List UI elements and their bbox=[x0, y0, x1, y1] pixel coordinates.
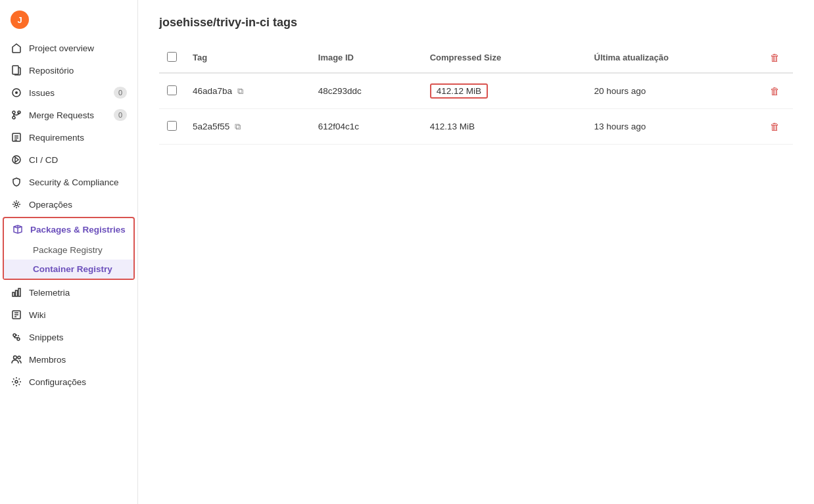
row2-checkbox[interactable] bbox=[167, 121, 177, 131]
sidebar-label-package-registry: Package Registry bbox=[33, 245, 103, 255]
svg-rect-10 bbox=[16, 290, 18, 296]
row1-image-id: 48c293ddc bbox=[310, 73, 422, 109]
svg-point-13 bbox=[13, 334, 16, 336]
sidebar-logo: J bbox=[0, 5, 137, 37]
svg-point-2 bbox=[15, 91, 18, 94]
svg-rect-9 bbox=[12, 292, 14, 296]
package-icon bbox=[12, 223, 24, 235]
sidebar-item-requirements[interactable]: Requirements bbox=[0, 126, 137, 149]
sidebar: J Project overview Repositório Issues bbox=[0, 0, 138, 504]
th-delete: 🗑 bbox=[757, 43, 793, 73]
sidebar-label-repositorio: Repositório bbox=[29, 66, 74, 76]
table-row: 5a2a5f55 ⧉ 612f04c1c 412.13 MiB 13 hours… bbox=[159, 109, 793, 145]
row1-tag-cell: 46ada7ba ⧉ bbox=[193, 86, 302, 97]
barchart-icon bbox=[11, 286, 22, 298]
svg-point-15 bbox=[14, 356, 17, 359]
th-image-id: Image ID bbox=[310, 43, 422, 73]
sidebar-label-wiki: Wiki bbox=[29, 310, 46, 320]
row2-checkbox-cell bbox=[159, 109, 185, 145]
row2-copy-icon[interactable]: ⧉ bbox=[235, 122, 241, 132]
svg-rect-11 bbox=[18, 288, 20, 296]
sidebar-item-wiki[interactable]: Wiki bbox=[0, 304, 137, 326]
table-row: 46ada7ba ⧉ 48c293ddc 412.12 MiB 20 hours… bbox=[159, 73, 793, 109]
sidebar-label-merge: Merge Requests bbox=[29, 110, 94, 120]
sidebar-item-merge-requests[interactable]: Merge Requests 0 bbox=[0, 104, 137, 126]
th-last-updated: Última atualização bbox=[587, 43, 757, 73]
requirements-icon bbox=[11, 131, 22, 143]
row2-delete-cell: 🗑 bbox=[757, 109, 793, 145]
issues-badge: 0 bbox=[114, 87, 127, 99]
th-tag: Tag bbox=[185, 43, 310, 73]
sidebar-label-configuracoes: Configurações bbox=[29, 377, 86, 387]
sidebar-item-ci-cd[interactable]: CI / CD bbox=[0, 149, 137, 171]
svg-point-4 bbox=[12, 116, 15, 119]
page-title: josehisse/trivy-in-ci tags bbox=[159, 16, 793, 30]
sidebar-label-packages: Packages & Registries bbox=[30, 225, 126, 235]
row2-last-updated: 13 hours ago bbox=[587, 109, 757, 145]
svg-point-3 bbox=[12, 111, 15, 114]
svg-rect-0 bbox=[12, 66, 18, 74]
delete-all-button[interactable]: 🗑 bbox=[765, 49, 785, 66]
select-all-checkbox[interactable] bbox=[167, 52, 177, 62]
sidebar-label-requirements: Requirements bbox=[29, 133, 84, 143]
sidebar-subitem-container-registry[interactable]: Container Registry bbox=[4, 260, 133, 279]
sidebar-item-membros[interactable]: Membros bbox=[0, 348, 137, 371]
svg-point-17 bbox=[15, 380, 18, 383]
sidebar-item-issues[interactable]: Issues 0 bbox=[0, 81, 137, 104]
row2-delete-button[interactable]: 🗑 bbox=[765, 118, 785, 135]
sidebar-item-operacoes[interactable]: Operações bbox=[0, 193, 137, 216]
sidebar-label-project-overview: Project overview bbox=[29, 43, 94, 53]
row1-checkbox[interactable] bbox=[167, 85, 177, 95]
th-checkbox bbox=[159, 43, 185, 73]
sidebar-label-container-registry: Container Registry bbox=[33, 264, 112, 274]
row2-image-id: 612f04c1c bbox=[310, 109, 422, 145]
row1-checkbox-cell bbox=[159, 73, 185, 109]
sidebar-label-cicd: CI / CD bbox=[29, 155, 58, 165]
row1-compressed-size: 412.12 MiB bbox=[422, 73, 587, 109]
operacoes-icon bbox=[11, 198, 22, 210]
sidebar-item-security[interactable]: Security & Compliance bbox=[0, 171, 137, 193]
merge-icon bbox=[11, 109, 22, 121]
sidebar-label-membros: Membros bbox=[29, 355, 66, 365]
row1-size-highlight: 412.12 MiB bbox=[430, 83, 488, 99]
row1-delete-cell: 🗑 bbox=[757, 73, 793, 109]
snippets-icon bbox=[11, 331, 22, 343]
row2-tag-cell: 5a2a5f55 ⧉ bbox=[193, 122, 302, 132]
row2-tag: 5a2a5f55 ⧉ bbox=[185, 109, 310, 145]
gear-icon bbox=[11, 376, 22, 388]
sidebar-item-configuracoes[interactable]: Configurações bbox=[0, 371, 137, 393]
sidebar-item-snippets[interactable]: Snippets bbox=[0, 326, 137, 348]
main-content: josehisse/trivy-in-ci tags Tag Image ID … bbox=[138, 0, 814, 504]
row2-compressed-size: 412.13 MiB bbox=[422, 109, 587, 145]
registry-table: Tag Image ID Compressed Size Última atua… bbox=[159, 43, 793, 145]
shield-icon bbox=[11, 176, 22, 188]
wiki-icon bbox=[11, 309, 22, 321]
sidebar-item-project-overview[interactable]: Project overview bbox=[0, 37, 137, 59]
packages-section: Packages & Registries Package Registry C… bbox=[3, 217, 135, 280]
sidebar-label-snippets: Snippets bbox=[29, 332, 64, 342]
sidebar-subitem-package-registry[interactable]: Package Registry bbox=[4, 241, 133, 260]
issues-icon bbox=[11, 87, 22, 99]
th-compressed-size: Compressed Size bbox=[422, 43, 587, 73]
sidebar-item-telemetria[interactable]: Telemetria bbox=[0, 281, 137, 304]
book-icon bbox=[11, 64, 22, 76]
svg-point-8 bbox=[15, 203, 18, 206]
row1-tag: 46ada7ba ⧉ bbox=[185, 73, 310, 109]
merge-badge: 0 bbox=[114, 109, 127, 121]
users-icon bbox=[11, 354, 22, 365]
cicd-icon bbox=[11, 154, 22, 166]
sidebar-label-issues: Issues bbox=[29, 88, 55, 98]
sidebar-item-packages[interactable]: Packages & Registries bbox=[4, 218, 133, 241]
row1-delete-button[interactable]: 🗑 bbox=[765, 83, 785, 99]
sidebar-label-security: Security & Compliance bbox=[29, 177, 119, 187]
sidebar-label-telemetria: Telemetria bbox=[29, 288, 70, 298]
logo-circle: J bbox=[11, 11, 29, 29]
svg-point-16 bbox=[18, 356, 20, 359]
row1-last-updated: 20 hours ago bbox=[587, 73, 757, 109]
home-icon bbox=[11, 42, 22, 54]
sidebar-label-operacoes: Operações bbox=[29, 200, 72, 210]
sidebar-item-repositorio[interactable]: Repositório bbox=[0, 59, 137, 81]
row1-copy-icon[interactable]: ⧉ bbox=[237, 86, 243, 97]
